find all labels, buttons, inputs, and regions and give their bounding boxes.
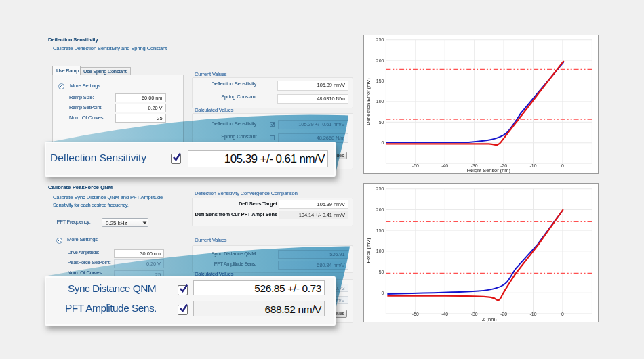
svg-text:0: 0 <box>382 291 384 295</box>
svg-text:50: 50 <box>379 270 384 274</box>
svg-text:150: 150 <box>376 228 384 233</box>
svg-text:250: 250 <box>376 186 384 191</box>
svg-text:-50: -50 <box>412 312 419 316</box>
svg-text:0: 0 <box>561 312 564 316</box>
svg-text:-20: -20 <box>500 312 507 316</box>
svg-text:Deflection Error (mV): Deflection Error (mV) <box>365 78 371 125</box>
svg-text:250: 250 <box>376 37 384 42</box>
svg-text:200: 200 <box>376 207 384 212</box>
svg-text:0: 0 <box>561 163 564 168</box>
svg-text:Force (mV): Force (mV) <box>365 238 371 263</box>
svg-text:50: 50 <box>379 120 384 125</box>
svg-text:100: 100 <box>376 99 384 104</box>
svg-text:-40: -40 <box>441 312 448 316</box>
svg-text:100: 100 <box>376 249 384 253</box>
svg-text:-10: -10 <box>530 163 537 168</box>
svg-text:200: 200 <box>376 58 384 63</box>
svg-text:-30: -30 <box>471 312 478 316</box>
svg-text:-40: -40 <box>441 163 448 168</box>
svg-text:150: 150 <box>376 79 384 83</box>
svg-text:-10: -10 <box>530 312 537 316</box>
svg-text:0: 0 <box>382 140 384 145</box>
svg-text:Height Sensor (nm): Height Sensor (nm) <box>467 168 510 174</box>
svg-text:-50: -50 <box>412 163 419 168</box>
svg-text:Z (nm): Z (nm) <box>482 316 497 322</box>
